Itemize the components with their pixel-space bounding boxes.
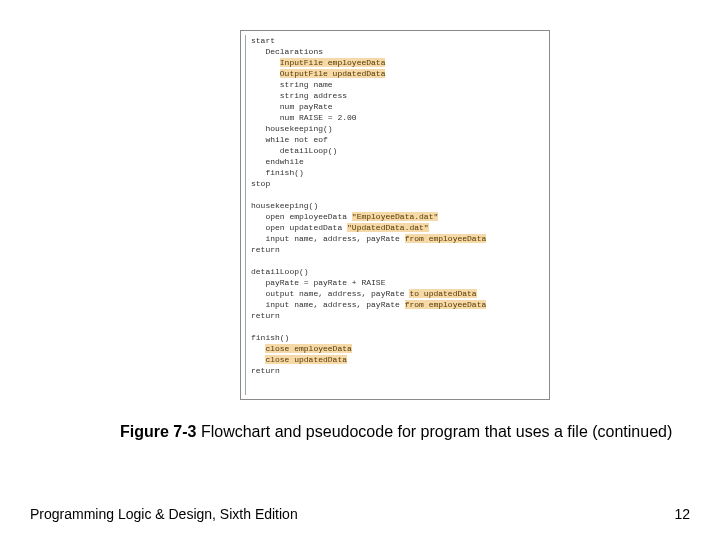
page-number: 12	[674, 506, 690, 522]
pseudocode: start Declarations InputFile employeeDat…	[251, 35, 486, 376]
caption-text: Flowchart and pseudocode for program tha…	[196, 423, 672, 440]
caption-bold: Figure 7-3	[120, 423, 196, 440]
pseudocode-box: start Declarations InputFile employeeDat…	[240, 30, 550, 400]
slide: start Declarations InputFile employeeDat…	[0, 0, 720, 540]
left-rule	[245, 35, 246, 395]
figure-caption: Figure 7-3 Flowchart and pseudocode for …	[120, 420, 680, 444]
footer-left: Programming Logic & Design, Sixth Editio…	[30, 506, 298, 522]
